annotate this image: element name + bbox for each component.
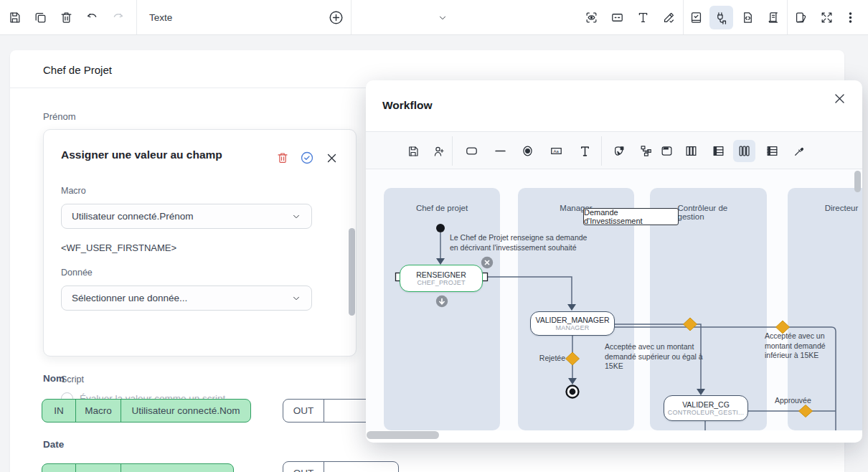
chip-type-label: Macro [75,400,121,422]
wf-save-button[interactable] [402,140,424,162]
rounded-rect-icon [465,144,478,158]
more-menu-button[interactable] [839,6,862,29]
theme-button[interactable] [789,6,813,29]
chip-value-label: Utilisateur connecté.Nom [121,400,250,422]
wf-step-tool[interactable] [461,140,483,162]
form-check-button[interactable] [684,6,708,29]
save-icon [407,145,420,158]
form-check-icon [689,11,703,24]
wf-label-tool[interactable]: Aa [545,140,567,162]
start-node[interactable] [436,224,445,232]
card-validate-button[interactable] [299,150,315,166]
canvas-vertical-scrollbar[interactable] [854,171,861,192]
workflow-tag[interactable]: Demande d'Investissement [583,208,679,225]
id-card-button[interactable] [605,6,629,29]
node-name: VALIDER_CG [682,400,730,409]
wf-swimlanes-horizontal-tool[interactable] [761,140,783,162]
end-node-icon [521,144,534,158]
kebab-menu-icon [844,11,857,24]
toolbar-divider [787,0,788,34]
fullscreen-icon [820,11,834,24]
swimlanes-vertical-icon [737,144,751,158]
page-title: Chef de Projet [43,64,112,76]
transition-label-acceptee-sup: Acceptée avec un montant demandé supérie… [605,342,716,372]
wf-orgchart-tool[interactable] [635,140,657,162]
wf-text-tool[interactable] [574,140,596,162]
wf-bezier-tool[interactable] [608,140,630,162]
workflow-canvas[interactable]: Chef de projet Manager Contrôleur de ges… [366,169,862,430]
preview-eye-icon [585,11,598,24]
nom-field-label: Nom [43,373,65,384]
toolbar-divider [452,136,453,166]
wf-end-node-tool[interactable] [516,140,539,162]
wf-eyedropper-tool[interactable] [788,140,810,162]
node-renseigner[interactable]: RENSEIGNER CHEF_PROJET [400,265,483,292]
design-button[interactable] [657,6,681,29]
node-role: CHEF_PROJET [417,279,465,286]
condition-diamond-sup[interactable] [684,318,697,331]
canvas-horizontal-scrollbar[interactable] [367,431,439,439]
preview-button[interactable] [580,6,603,29]
wf-header-card-tool[interactable] [656,140,678,162]
script-scroll-icon [767,11,780,24]
save-button[interactable] [3,6,27,29]
condition-diamond-approuvee[interactable] [799,405,813,417]
node-role: CONTROLEUR_GESTI... [668,409,744,416]
macro-select[interactable]: Utilisateur connecté.Prénom [61,204,312,229]
donnee-select[interactable]: Sélectionner une donnée... [61,285,312,311]
macro-code-value: <WF_USER_FIRSTNAME> [61,242,176,253]
bezier-nodes-icon [612,144,626,158]
code-file-button[interactable] [736,6,760,29]
swimlanes-horizontal-icon [765,144,779,158]
wf-table-columns-tool[interactable] [680,140,702,162]
header-card-icon [660,144,674,158]
chip-out-label: OUT [283,462,324,472]
donnee-select-value: Sélectionner une donnée... [72,293,187,303]
card-delete-button[interactable] [275,150,291,166]
wf-add-actor-button[interactable] [428,140,450,162]
toolbar-divider [683,0,684,34]
macro-label: Macro [61,186,86,196]
card-scrollbar[interactable] [349,228,355,316]
duplicate-icon [34,11,47,24]
donnee-label: Donnée [61,268,93,278]
wf-table-rows-tool[interactable] [707,140,730,162]
redo-button[interactable] [106,6,130,29]
table-columns-icon [684,144,698,158]
node-valider-manager[interactable]: VALIDER_MANAGER MANAGER [530,311,615,336]
prenom-field-label: Prénom [43,111,76,122]
label-aa-icon: Aa [549,144,563,158]
end-node-core [570,389,576,395]
condition-diamond-rejetee[interactable] [566,352,580,365]
check-circle-icon [300,151,314,165]
date-out-mapping-chip[interactable]: OUT [283,461,399,472]
delete-button[interactable] [55,6,78,29]
svg-text:Aa: Aa [554,149,560,154]
add-element-button[interactable] [324,6,348,29]
workflow-modal-title: Workflow [382,99,432,112]
nom-in-mapping-chip[interactable]: IN Macro Utilisateur connecté.Nom [42,399,251,423]
duplicate-button[interactable] [29,6,52,29]
toolbar-divider [601,136,602,166]
arrowhead [568,378,577,384]
wf-line-tool[interactable] [489,140,511,162]
eyedropper-icon [793,145,806,158]
transition-label-approuvee: Approuvée [775,396,832,406]
assign-card-title: Assigner une valeur au champ [61,148,222,161]
date-in-mapping-chip[interactable] [42,463,234,472]
workflow-close-button[interactable] [831,90,848,107]
node-down-badge[interactable] [436,296,448,307]
plug-button[interactable] [709,6,733,29]
chevron-down-icon [438,13,448,23]
script-button[interactable] [762,6,786,29]
undo-button[interactable] [80,6,104,29]
text-tool-button[interactable] [631,6,655,29]
fullscreen-button[interactable] [815,6,839,29]
card-close-button[interactable] [324,150,339,166]
node-delete-badge[interactable] [481,257,493,268]
wf-swimlanes-vertical-tool[interactable] [733,140,755,162]
annotation-line: Le Chef de Projet renseigne sa demande [450,233,587,243]
node-valider-cg[interactable]: VALIDER_CG CONTROLEUR_GESTI... [664,395,748,421]
element-type-select[interactable]: Texte [136,0,323,34]
trash-icon [276,151,289,164]
